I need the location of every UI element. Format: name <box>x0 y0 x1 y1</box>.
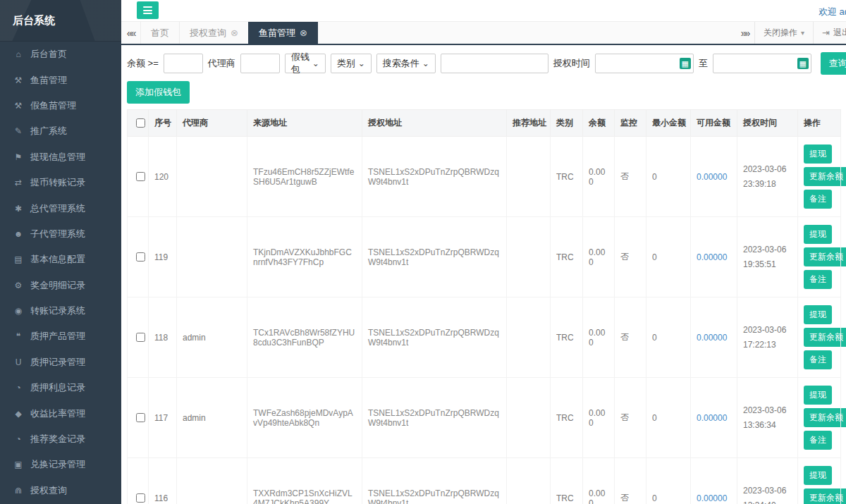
sidebar-item-奖金明细记录[interactable]: ⚙奖金明细记录 <box>0 273 121 298</box>
sidebar-item-质押利息记录[interactable]: ◔质押利息记录 <box>0 375 121 400</box>
row-checkbox[interactable] <box>136 413 145 422</box>
remark-button[interactable]: 备注 <box>804 270 832 289</box>
chevron-down-icon: ⌄ <box>358 59 365 68</box>
sidebar-item-后台首页[interactable]: ⌂后台首页 <box>0 42 121 67</box>
fake-wallet-select-value: 假钱包 <box>291 51 312 76</box>
to-label: 至 <box>699 57 708 70</box>
search-keyword-input[interactable] <box>441 54 548 73</box>
sidebar-item-推荐奖金记录[interactable]: ◔推荐奖金记录 <box>0 426 121 452</box>
remark-button[interactable]: 备注 <box>804 190 832 209</box>
remark-button[interactable]: 备注 <box>804 431 832 450</box>
menu-toggle-button[interactable] <box>137 1 159 19</box>
sidebar-item-基本信息配置[interactable]: ▤基本信息配置 <box>0 247 121 272</box>
clock-icon: ◔ <box>13 383 24 393</box>
wrench-icon: ⚒ <box>13 101 24 111</box>
tab-label: 首页 <box>151 27 169 39</box>
sidebar-item-提币转账记录[interactable]: ⇄提币转账记录 <box>0 170 121 195</box>
sidebar-item-假鱼苗管理[interactable]: ⚒假鱼苗管理 <box>0 93 121 118</box>
category-select[interactable]: 类别 ⌄ <box>331 54 372 73</box>
scroll-tabs-right-button[interactable]: »» <box>735 22 754 44</box>
update-balance-button[interactable]: 更新余额 <box>804 167 846 186</box>
logout-icon: ⇥ <box>822 27 830 38</box>
tab-授权查询[interactable]: 授权查询⊗ <box>179 22 248 44</box>
sidebar-item-质押产品管理[interactable]: ❝质押产品管理 <box>0 324 121 349</box>
row-checkbox[interactable] <box>136 252 145 262</box>
add-fake-wallet-button[interactable]: 添加假钱包 <box>127 81 190 104</box>
sidebar-item-子代管理系统[interactable]: ☻子代管理系统 <box>0 221 121 247</box>
sidebar-item-转账记录系统[interactable]: ◉转账记录系统 <box>0 298 121 324</box>
withdraw-button[interactable]: 提现 <box>804 225 832 244</box>
cell-source-address: TWFeZash68pjeMDvAypAvVp49hteAbk8Qn <box>247 378 362 458</box>
row-checkbox[interactable] <box>136 333 145 342</box>
update-balance-button[interactable]: 更新余额 <box>804 408 846 427</box>
cell-available-amount: 0.00000 <box>691 458 737 504</box>
select-all-checkbox[interactable] <box>136 118 145 128</box>
tab-首页[interactable]: 首页 <box>140 22 179 44</box>
calendar-icon[interactable]: ▦ <box>797 58 809 69</box>
cell-available-amount: 0.00000 <box>691 217 737 297</box>
tab-close-icon[interactable]: ⊗ <box>300 27 307 38</box>
cell-balance: 0.000 <box>583 137 615 217</box>
available-amount-link[interactable]: 0.00000 <box>697 493 727 503</box>
sidebar-item-收益比率管理[interactable]: ◆收益比率管理 <box>0 400 121 426</box>
filter-row: 余额 >= 代理商 假钱包 ⌄ 类别 ⌄ 搜索条件 ⌄ 授权时间 <box>127 52 840 75</box>
cell-source-address: TKjnDmAVZXKuJbhbFGCnrnfVh43FY7FhCp <box>247 217 362 297</box>
row-checkbox[interactable] <box>136 493 145 503</box>
app-root: 后台系统 ⌂后台首页⚒鱼苗管理⚒假鱼苗管理✎推广系统⚑提现信息管理⇄提币转账记录… <box>0 0 846 504</box>
column-header-序号: 序号 <box>149 110 177 137</box>
calendar-icon[interactable]: ▦ <box>680 58 691 69</box>
balance-input[interactable] <box>164 54 203 73</box>
close-operations-dropdown[interactable]: 关闭操作 ▾ <box>754 22 813 44</box>
wallet-table: 序号代理商来源地址授权地址推荐地址类别余额监控最小金额可用金额授权时间操作 12… <box>127 109 841 504</box>
available-amount-link[interactable]: 0.00000 <box>697 252 727 262</box>
cell-category: TRC <box>551 217 583 297</box>
fake-wallet-select[interactable]: 假钱包 ⌄ <box>285 54 326 73</box>
withdraw-button[interactable]: 提现 <box>804 386 832 405</box>
auth-time-start-input[interactable] <box>595 54 694 73</box>
cell-auth-time: 2023-03-0623:39:18 <box>737 137 798 217</box>
search-condition-select[interactable]: 搜索条件 ⌄ <box>376 54 436 73</box>
sidebar-item-label: 兑换记录管理 <box>30 458 85 471</box>
sidebar-item-质押记录管理[interactable]: U质押记录管理 <box>0 350 121 375</box>
update-balance-button[interactable]: 更新余额 <box>804 328 846 347</box>
withdraw-button[interactable]: 提现 <box>804 466 832 485</box>
sidebar-item-鱼苗管理[interactable]: ⚒鱼苗管理 <box>0 67 121 92</box>
available-amount-link[interactable]: 0.00000 <box>697 333 727 343</box>
sidebar-item-label: 总代管理系统 <box>30 202 85 215</box>
bullhorn-icon: ⚑ <box>13 152 24 162</box>
sidebar-item-提现信息管理[interactable]: ⚑提现信息管理 <box>0 145 121 170</box>
cell-actions: 提现更新余额备注 <box>798 137 841 217</box>
agent-input[interactable] <box>240 54 280 73</box>
sidebar-item-label: 推荐奖金记录 <box>30 433 85 445</box>
scroll-tabs-left-button[interactable]: «« <box>121 22 140 44</box>
cell-min-amount: 0 <box>646 217 691 297</box>
auth-time-end-input[interactable] <box>713 54 811 73</box>
remark-button[interactable]: 备注 <box>804 350 832 369</box>
column-header-授权时间: 授权时间 <box>737 110 798 137</box>
row-checkbox[interactable] <box>136 172 145 181</box>
update-balance-button[interactable]: 更新余额 <box>804 488 846 504</box>
cell-balance: 0.000 <box>583 297 615 378</box>
sidebar-item-总代管理系统[interactable]: ✱总代管理系统 <box>0 195 121 221</box>
withdraw-button[interactable]: 提现 <box>804 305 832 324</box>
sidebar-item-兑换记录管理[interactable]: ▣兑换记录管理 <box>0 452 121 477</box>
double-chevron-right-icon: » <box>745 27 749 39</box>
cell-referral-address <box>507 297 551 378</box>
table-body: 120TFzu46EmCH8r5ZZjEWtfeSH6U5Ar1tguwBTSN… <box>128 137 841 504</box>
filter-bar: 余额 >= 代理商 假钱包 ⌄ 类别 ⌄ 搜索条件 ⌄ 授权时间 <box>121 45 846 104</box>
sidebar-item-推广系统[interactable]: ✎推广系统 <box>0 118 121 144</box>
available-amount-link[interactable]: 0.00000 <box>697 413 727 423</box>
auth-time-text: 2023-03-06 <box>743 403 792 417</box>
update-balance-button[interactable]: 更新余额 <box>804 247 846 266</box>
tab-鱼苗管理[interactable]: 鱼苗管理⊗ <box>248 22 318 44</box>
available-amount-link[interactable]: 0.00000 <box>697 172 727 182</box>
tabbar: «« 首页授权查询⊗鱼苗管理⊗ »» 关闭操作 ▾ ⇥ 退出 <box>121 21 846 44</box>
withdraw-button[interactable]: 提现 <box>804 145 832 164</box>
sidebar: 后台系统 ⌂后台首页⚒鱼苗管理⚒假鱼苗管理✎推广系统⚑提现信息管理⇄提币转账记录… <box>0 0 121 504</box>
query-button[interactable]: 查询 <box>821 52 846 75</box>
cell-balance: 0.000 <box>583 458 615 504</box>
logout-button[interactable]: ⇥ 退出 <box>813 22 846 44</box>
sidebar-item-label: 转账记录系统 <box>30 305 85 317</box>
sidebar-item-授权查询[interactable]: ⋒授权查询 <box>0 478 121 503</box>
tab-close-icon[interactable]: ⊗ <box>231 27 238 38</box>
